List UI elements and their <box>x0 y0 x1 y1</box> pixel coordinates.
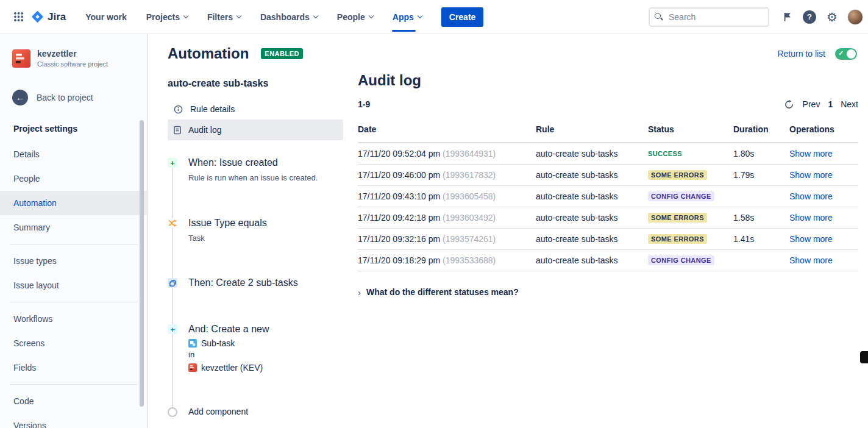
audit-row: 17/11/20 09:52:04 pm (1993644931)auto-cr… <box>358 143 858 164</box>
current-page[interactable]: 1 <box>828 99 833 109</box>
project-header: kevzettler Classic software project <box>0 34 147 68</box>
component-create-new[interactable]: And: Create a new Sub-task in <box>168 324 358 373</box>
sidebar-nav: DetailsPeopleAutomationSummaryIssue type… <box>0 142 147 428</box>
audit-row: 17/11/20 09:46:00 pm (1993617832)auto-cr… <box>358 164 858 185</box>
component-condition[interactable]: Issue Type equals Task <box>168 218 358 244</box>
page-title: Automation <box>168 45 249 62</box>
jira-logo[interactable]: Jira <box>31 10 66 23</box>
nav-item-label: Dashboards <box>260 12 310 22</box>
tab-rule-details[interactable]: Rule details <box>168 99 343 119</box>
audit-operations: Show more <box>789 249 858 271</box>
rule-components-timeline: When: Issue created Rule is run when an … <box>168 157 358 416</box>
column-header-date: Date <box>358 124 536 143</box>
settings-gear-icon[interactable] <box>825 10 839 24</box>
component-action[interactable]: Then: Create 2 sub-tasks <box>168 277 358 288</box>
sidebar-item-screens[interactable]: Screens <box>0 331 147 355</box>
show-more-link[interactable]: Show more <box>789 234 833 244</box>
component-trigger[interactable]: When: Issue created Rule is run when an … <box>168 157 358 184</box>
back-to-project[interactable]: Back to project <box>0 90 147 105</box>
show-more-link[interactable]: Show more <box>789 255 833 265</box>
next-button[interactable]: Next <box>841 99 858 109</box>
project-name: kevzettler <box>37 49 108 59</box>
sidebar-item-fields[interactable]: Fields <box>0 355 147 380</box>
page-header: Automation ENABLED Return to list <box>168 43 859 65</box>
show-more-link[interactable]: Show more <box>789 213 833 223</box>
audit-duration <box>733 249 789 271</box>
back-arrow-icon <box>12 90 28 105</box>
sidebar-item-details[interactable]: Details <box>0 142 147 166</box>
search-input[interactable] <box>649 7 769 27</box>
column-header-rule: Rule <box>536 124 648 143</box>
audit-date: 17/11/20 09:32:16 pm (1993574261) <box>358 228 536 249</box>
result-range: 1-9 <box>358 99 370 109</box>
audit-log-icon <box>174 126 181 135</box>
show-more-link[interactable]: Show more <box>789 149 833 159</box>
nav-item-label: People <box>337 12 365 22</box>
subtask-type-icon <box>188 339 197 348</box>
plus-icon <box>168 324 177 334</box>
sidebar-item-issue-layout[interactable]: Issue layout <box>0 273 147 298</box>
nav-item-label: Apps <box>393 12 414 22</box>
statuses-help-expander[interactable]: What do the different statuses mean? <box>358 287 858 298</box>
sidebar-item-issue-types[interactable]: Issue types <box>0 249 147 273</box>
sidebar-scrollbar[interactable] <box>140 120 144 407</box>
user-avatar[interactable] <box>847 9 863 25</box>
audit-rule: auto-create sub-tasks <box>536 185 648 207</box>
add-component-button[interactable]: Add component <box>168 407 358 416</box>
show-more-link[interactable]: Show more <box>789 170 833 180</box>
audit-date: 17/11/20 09:43:10 pm (1993605458) <box>358 185 536 207</box>
announcement-flag-icon[interactable] <box>780 10 794 24</box>
sidebar-item-summary[interactable]: Summary <box>0 215 147 240</box>
status-lozenge: SOME ERRORS <box>648 213 707 223</box>
subtask-type-label: Sub-task <box>201 338 235 348</box>
info-icon <box>174 105 183 114</box>
status-lozenge: SOME ERRORS <box>648 234 707 244</box>
tab-audit-log[interactable]: Audit log <box>168 119 343 140</box>
audit-table-head-row: DateRuleStatusDurationOperations <box>358 124 858 143</box>
search-box <box>649 7 769 27</box>
show-more-link[interactable]: Show more <box>789 191 833 201</box>
pagination: Prev 1 Next <box>784 99 858 110</box>
sidebar-item-people[interactable]: People <box>0 166 147 191</box>
nav-item-people[interactable]: People <box>333 0 377 34</box>
sidebar-item-code[interactable]: Code <box>0 389 147 413</box>
refresh-icon[interactable] <box>784 99 795 110</box>
audit-duration: 1.41s <box>733 228 789 249</box>
app-switcher-icon[interactable] <box>13 12 24 22</box>
return-to-list-link[interactable]: Return to list <box>777 49 825 59</box>
nav-item-label: Projects <box>146 12 180 22</box>
sidebar-item-versions[interactable]: Versions <box>0 413 147 428</box>
audit-operations: Show more <box>789 228 858 249</box>
audit-row: 17/11/20 09:32:16 pm (1993574261)auto-cr… <box>358 228 858 249</box>
sidebar-item-automation[interactable]: Automation <box>0 191 147 215</box>
sidebar-divider <box>10 302 137 302</box>
audit-row: 17/11/20 09:18:29 pm (1993533688)auto-cr… <box>358 249 858 271</box>
audit-status: SOME ERRORS <box>648 164 733 185</box>
audit-table-body: 17/11/20 09:52:04 pm (1993644931)auto-cr… <box>358 143 858 271</box>
nav-item-your-work[interactable]: Your work <box>82 0 130 34</box>
audit-operations: Show more <box>789 185 858 207</box>
audit-operations: Show more <box>789 164 858 185</box>
nav-item-filters[interactable]: Filters <box>204 0 244 34</box>
plus-icon <box>168 158 177 168</box>
top-navigation-bar: Jira Your workProjectsFiltersDashboardsP… <box>0 0 868 34</box>
rule-name: auto-create sub-tasks <box>168 78 358 89</box>
rule-panel: auto-create sub-tasks Rule details <box>168 70 358 416</box>
audit-item-id: (1993574261) <box>443 234 496 244</box>
audit-rule: auto-create sub-tasks <box>536 207 648 228</box>
nav-item-apps[interactable]: Apps <box>389 0 425 34</box>
project-type: Classic software project <box>37 60 108 68</box>
help-icon[interactable] <box>802 10 817 24</box>
sidebar-divider <box>10 384 137 385</box>
automation-enabled-toggle[interactable] <box>835 48 857 60</box>
status-lozenge: CONFIG CHANGE <box>648 255 714 265</box>
sidebar-item-workflows[interactable]: Workflows <box>0 307 147 331</box>
audit-rule: auto-create sub-tasks <box>536 143 648 164</box>
nav-item-dashboards[interactable]: Dashboards <box>257 0 321 34</box>
nav-item-projects[interactable]: Projects <box>143 0 191 34</box>
audit-operations: Show more <box>789 207 858 228</box>
edge-overlay-tab[interactable] <box>860 351 868 363</box>
prev-button[interactable]: Prev <box>803 99 820 109</box>
audit-item-id: (1993644931) <box>443 149 496 159</box>
create-button[interactable]: Create <box>441 7 484 27</box>
